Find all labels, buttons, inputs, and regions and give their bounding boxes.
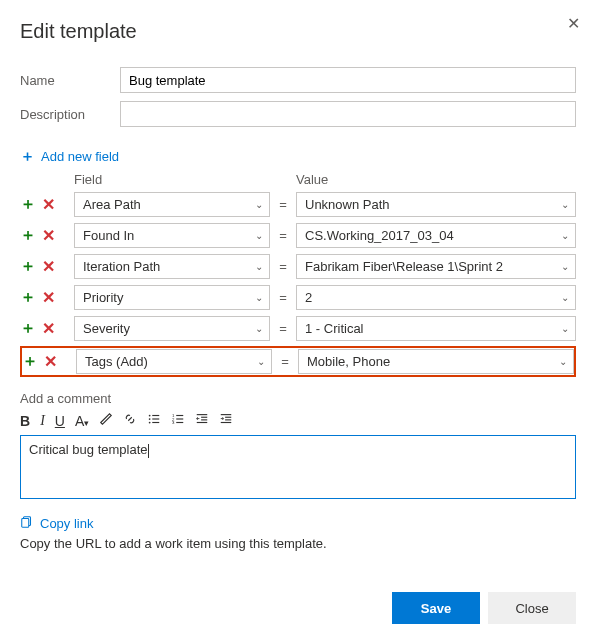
text-cursor: [148, 444, 149, 458]
value-select-value: Unknown Path: [305, 197, 390, 212]
value-select[interactable]: Fabrikam Fiber\Release 1\Sprint 2⌄: [296, 254, 576, 279]
bold-button[interactable]: B: [20, 413, 30, 429]
field-select[interactable]: Priority⌄: [74, 285, 270, 310]
save-button[interactable]: Save: [392, 592, 480, 624]
comment-input[interactable]: Critical bug template: [20, 435, 576, 499]
chevron-down-icon: ⌄: [255, 230, 263, 241]
equals-label: =: [272, 354, 298, 369]
value-select[interactable]: Unknown Path⌄: [296, 192, 576, 217]
value-header: Value: [296, 172, 576, 187]
svg-point-2: [149, 422, 151, 424]
add-row-icon[interactable]: ＋: [20, 287, 36, 308]
link-button[interactable]: [123, 412, 137, 429]
chevron-down-icon: ⌄: [561, 230, 569, 241]
field-row: ＋✕Iteration Path⌄=Fabrikam Fiber\Release…: [20, 253, 576, 280]
add-row-icon[interactable]: ＋: [22, 351, 38, 372]
equals-label: =: [270, 321, 296, 336]
field-select[interactable]: Area Path⌄: [74, 192, 270, 217]
field-header: Field: [74, 172, 270, 187]
value-select[interactable]: 1 - Critical⌄: [296, 316, 576, 341]
field-select-value: Area Path: [83, 197, 141, 212]
description-label: Description: [20, 107, 120, 122]
comment-toolbar: B I U A▾ 123: [20, 410, 576, 431]
value-select[interactable]: 2⌄: [296, 285, 576, 310]
field-select[interactable]: Tags (Add)⌄: [76, 349, 272, 374]
remove-row-icon[interactable]: ✕: [42, 288, 55, 307]
indent-button[interactable]: [219, 412, 233, 429]
remove-row-icon[interactable]: ✕: [44, 352, 57, 371]
name-label: Name: [20, 73, 120, 88]
chevron-down-icon: ⌄: [561, 292, 569, 303]
font-color-button[interactable]: A▾: [75, 413, 89, 429]
copy-link-label: Copy link: [40, 516, 93, 531]
copy-link-button[interactable]: Copy link: [20, 515, 93, 532]
chevron-down-icon: ⌄: [561, 199, 569, 210]
svg-text:3: 3: [172, 420, 175, 425]
field-row: ＋✕Severity⌄=1 - Critical⌄: [20, 315, 576, 342]
close-icon[interactable]: ✕: [567, 14, 580, 33]
outdent-button[interactable]: [195, 412, 209, 429]
field-select-value: Severity: [83, 321, 130, 336]
field-row: ＋✕Area Path⌄=Unknown Path⌄: [20, 191, 576, 218]
equals-label: =: [270, 197, 296, 212]
svg-point-1: [149, 418, 151, 420]
chevron-down-icon: ⌄: [559, 356, 567, 367]
add-new-field-link[interactable]: ＋ Add new field: [20, 147, 119, 166]
chevron-down-icon: ⌄: [257, 356, 265, 367]
remove-row-icon[interactable]: ✕: [42, 226, 55, 245]
bullet-list-button[interactable]: [147, 412, 161, 429]
chevron-down-icon: ⌄: [561, 323, 569, 334]
equals-label: =: [270, 259, 296, 274]
chevron-down-icon: ⌄: [255, 292, 263, 303]
copy-icon: [20, 515, 34, 532]
add-new-field-label: Add new field: [41, 149, 119, 164]
remove-row-icon[interactable]: ✕: [42, 257, 55, 276]
field-row: ＋✕Found In⌄=CS.Working_2017_03_04⌄: [20, 222, 576, 249]
value-select[interactable]: CS.Working_2017_03_04⌄: [296, 223, 576, 248]
comment-label: Add a comment: [20, 391, 576, 406]
field-row: ＋✕Priority⌄=2⌄: [20, 284, 576, 311]
remove-row-icon[interactable]: ✕: [42, 195, 55, 214]
name-input[interactable]: [120, 67, 576, 93]
copy-link-hint: Copy the URL to add a work item using th…: [20, 536, 576, 551]
underline-button[interactable]: U: [55, 413, 65, 429]
remove-row-icon[interactable]: ✕: [42, 319, 55, 338]
field-select-value: Priority: [83, 290, 123, 305]
value-select-value: 1 - Critical: [305, 321, 364, 336]
equals-label: =: [270, 290, 296, 305]
field-select[interactable]: Severity⌄: [74, 316, 270, 341]
clear-format-button[interactable]: [99, 412, 113, 429]
comment-text: Critical bug template: [29, 442, 148, 457]
value-select-value: Mobile, Phone: [307, 354, 390, 369]
field-select-value: Found In: [83, 228, 134, 243]
plus-icon: ＋: [20, 147, 35, 166]
chevron-down-icon: ⌄: [561, 261, 569, 272]
field-select[interactable]: Found In⌄: [74, 223, 270, 248]
chevron-down-icon: ⌄: [255, 199, 263, 210]
svg-rect-21: [22, 519, 29, 528]
dialog-title: Edit template: [20, 20, 576, 43]
equals-label: =: [270, 228, 296, 243]
value-select-value: Fabrikam Fiber\Release 1\Sprint 2: [305, 259, 503, 274]
svg-point-0: [149, 415, 151, 417]
value-select-value: 2: [305, 290, 312, 305]
italic-button[interactable]: I: [40, 413, 45, 429]
add-row-icon[interactable]: ＋: [20, 194, 36, 215]
value-select[interactable]: Mobile, Phone⌄: [298, 349, 574, 374]
value-select-value: CS.Working_2017_03_04: [305, 228, 454, 243]
chevron-down-icon: ⌄: [255, 261, 263, 272]
field-select-value: Iteration Path: [83, 259, 160, 274]
close-button[interactable]: Close: [488, 592, 576, 624]
field-select[interactable]: Iteration Path⌄: [74, 254, 270, 279]
field-row: ＋✕Tags (Add)⌄=Mobile, Phone⌄: [20, 346, 576, 377]
field-select-value: Tags (Add): [85, 354, 148, 369]
add-row-icon[interactable]: ＋: [20, 256, 36, 277]
chevron-down-icon: ⌄: [255, 323, 263, 334]
numbered-list-button[interactable]: 123: [171, 412, 185, 429]
add-row-icon[interactable]: ＋: [20, 225, 36, 246]
description-input[interactable]: [120, 101, 576, 127]
grid-header: Field Value: [20, 172, 576, 187]
add-row-icon[interactable]: ＋: [20, 318, 36, 339]
